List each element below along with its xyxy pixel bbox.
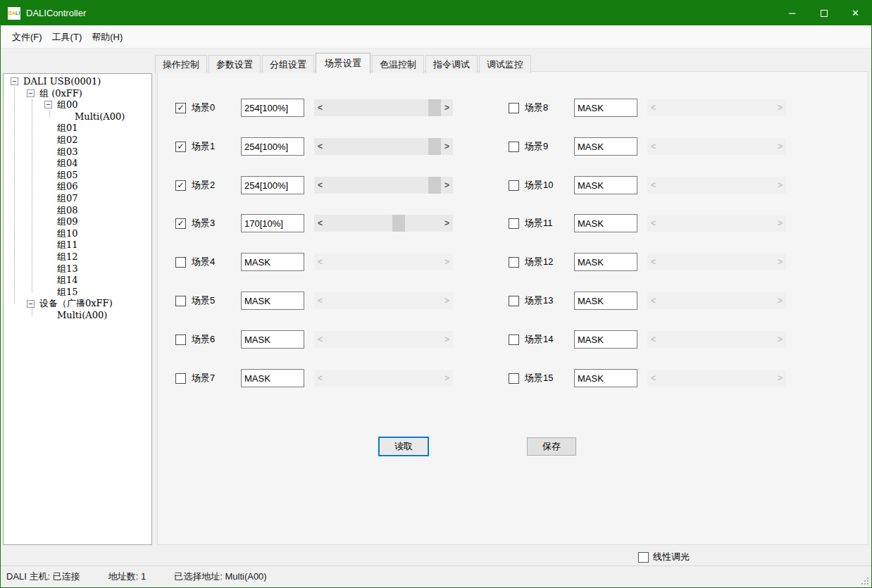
scene-slider[interactable]: <> [647,99,786,116]
tree-item-16[interactable]: 组13 [4,263,151,275]
tree-item-10[interactable]: 组07 [4,193,151,205]
scene-value-input[interactable] [241,253,304,271]
tree-item-7[interactable]: 组04 [4,158,151,170]
slider-left-arrow-icon[interactable]: < [314,254,326,270]
linear-dimming-checkbox[interactable] [638,552,649,563]
slider-right-arrow-icon[interactable]: > [774,99,786,116]
slider-left-arrow-icon[interactable]: < [314,292,326,309]
scene-slider[interactable]: <> [647,177,786,194]
slider-thumb[interactable] [428,138,441,155]
tree-item-11[interactable]: 组08 [4,205,151,217]
slider-left-arrow-icon[interactable]: < [314,370,326,387]
slider-right-arrow-icon[interactable]: > [774,370,786,387]
scene-value-input[interactable] [574,369,637,387]
slider-track[interactable] [659,331,774,348]
scene-checkbox[interactable] [509,257,519,268]
scene-checkbox[interactable]: ✓ [175,180,186,191]
tree-item-18[interactable]: 组15 [4,287,151,299]
menu-item-0[interactable]: 文件(F) [7,25,47,48]
slider-right-arrow-icon[interactable]: > [774,177,786,194]
tree-item-15[interactable]: 组12 [4,251,151,263]
slider-right-arrow-icon[interactable]: > [441,99,453,116]
scene-slider[interactable]: <> [314,254,453,270]
slider-right-arrow-icon[interactable]: > [774,331,786,348]
slider-left-arrow-icon[interactable]: < [314,177,326,194]
slider-track[interactable] [326,99,441,116]
save-button[interactable]: 保存 [527,437,576,456]
scene-checkbox[interactable] [175,296,186,306]
menu-item-2[interactable]: 帮助(H) [87,25,127,48]
scene-value-input[interactable] [241,99,304,117]
slider-left-arrow-icon[interactable]: < [647,99,659,116]
slider-left-arrow-icon[interactable]: < [314,138,326,155]
slider-left-arrow-icon[interactable]: < [314,99,326,116]
tree-item-9[interactable]: 组06 [4,181,151,193]
slider-thumb[interactable] [428,99,441,116]
slider-track[interactable] [326,292,441,309]
slider-right-arrow-icon[interactable]: > [774,138,786,155]
scene-value-input[interactable] [574,292,637,310]
tab-5[interactable]: 指令调试 [425,55,478,73]
scene-checkbox[interactable] [509,373,519,384]
slider-track[interactable] [659,254,774,270]
tree-item-2[interactable]: −组00 [4,99,151,111]
tree-item-1[interactable]: −组 (0xFF) [4,88,151,100]
minimize-button[interactable]: ─ [776,1,808,25]
slider-track[interactable] [326,254,441,270]
slider-left-arrow-icon[interactable]: < [647,331,659,348]
scene-value-input[interactable] [241,137,304,156]
scene-checkbox[interactable]: ✓ [175,103,186,113]
tree-expander-icon[interactable]: − [11,77,18,85]
slider-right-arrow-icon[interactable]: > [441,331,453,348]
menu-item-1[interactable]: 工具(T) [47,25,87,48]
slider-left-arrow-icon[interactable]: < [647,254,659,270]
scene-value-input[interactable] [574,214,637,232]
scene-slider[interactable]: <> [647,292,786,309]
scene-slider[interactable]: <> [314,99,453,116]
resize-grip[interactable] [861,577,863,579]
scene-checkbox[interactable] [509,180,519,191]
slider-right-arrow-icon[interactable]: > [441,254,453,270]
slider-left-arrow-icon[interactable]: < [647,370,659,387]
slider-track[interactable] [326,331,441,348]
scene-checkbox[interactable] [509,334,519,345]
tree-expander-icon[interactable]: − [27,89,35,97]
scene-checkbox[interactable] [509,218,519,229]
scene-slider[interactable]: <> [314,331,453,348]
slider-track[interactable] [659,370,774,387]
tree-item-12[interactable]: 组09 [4,216,151,228]
scene-slider[interactable]: <> [647,215,786,232]
tree-item-17[interactable]: 组14 [4,275,151,287]
scene-checkbox[interactable] [509,142,519,152]
scene-slider[interactable]: <> [314,138,453,155]
tree-item-8[interactable]: 组05 [4,170,151,182]
slider-left-arrow-icon[interactable]: < [647,138,659,155]
scene-slider[interactable]: <> [647,138,786,155]
slider-right-arrow-icon[interactable]: > [441,215,453,232]
scene-value-input[interactable] [241,176,304,194]
slider-right-arrow-icon[interactable]: > [774,292,786,309]
scene-checkbox[interactable] [509,103,519,113]
scene-slider[interactable]: <> [647,370,786,387]
scene-slider[interactable]: <> [314,177,453,194]
scene-value-input[interactable] [574,176,637,194]
scene-checkbox[interactable] [509,296,519,306]
scene-checkbox[interactable]: ✓ [175,142,186,152]
slider-right-arrow-icon[interactable]: > [774,215,786,232]
tree-item-3[interactable]: Multi(A00) [4,111,151,123]
slider-right-arrow-icon[interactable]: > [441,138,453,155]
scene-slider[interactable]: <> [314,370,453,387]
slider-left-arrow-icon[interactable]: < [647,215,659,232]
slider-track[interactable] [326,138,441,155]
slider-thumb[interactable] [392,215,405,232]
slider-track[interactable] [326,370,441,387]
maximize-button[interactable] [808,1,840,25]
tree-item-6[interactable]: 组03 [4,146,151,158]
tree-expander-icon[interactable]: − [27,300,35,308]
slider-track[interactable] [659,215,774,232]
slider-right-arrow-icon[interactable]: > [441,177,453,194]
scene-value-input[interactable] [241,214,304,232]
slider-track[interactable] [659,177,774,194]
slider-right-arrow-icon[interactable]: > [441,370,453,387]
tree-item-4[interactable]: 组01 [4,123,151,135]
